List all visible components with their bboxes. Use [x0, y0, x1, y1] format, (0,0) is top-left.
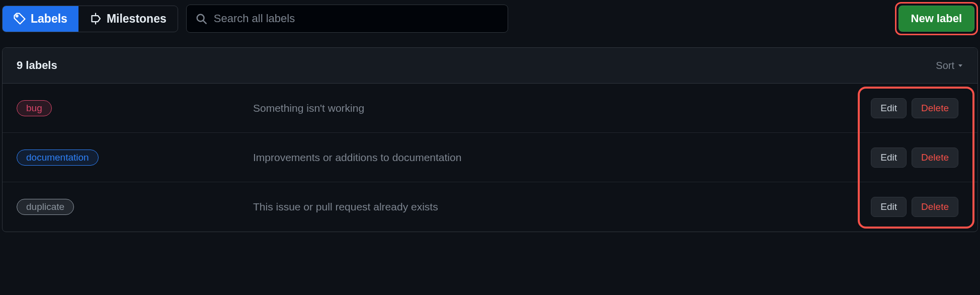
label-row: documentationImprovements or additions t… — [3, 133, 977, 182]
label-pill[interactable]: bug — [17, 100, 52, 116]
labels-list-header: 9 labels Sort — [3, 48, 977, 84]
delete-button[interactable]: Delete — [912, 197, 958, 217]
label-actions: EditDelete — [871, 197, 963, 217]
milestones-tab-text: Milestones — [107, 12, 167, 26]
label-pill[interactable]: documentation — [17, 150, 99, 166]
label-description: Something isn't working — [253, 102, 871, 114]
caret-down-icon — [957, 62, 963, 68]
label-actions: EditDelete — [871, 148, 963, 168]
delete-button[interactable]: Delete — [912, 148, 958, 168]
label-row: duplicateThis issue or pull request alre… — [3, 182, 977, 232]
labels-tab-text: Labels — [31, 12, 67, 26]
new-label-highlight: New label — [895, 2, 978, 35]
milestones-tab[interactable]: Milestones — [78, 6, 178, 32]
edit-button[interactable]: Edit — [871, 197, 907, 217]
labels-count: 9 labels — [17, 59, 57, 72]
labels-list-body: bugSomething isn't workingEditDeletedocu… — [3, 84, 977, 232]
new-label-button[interactable]: New label — [899, 6, 974, 32]
labels-toolbar: Labels Milestones New label — [2, 2, 978, 35]
labels-list: 9 labels Sort bugSomething isn't working… — [2, 47, 978, 232]
sort-label: Sort — [936, 60, 954, 71]
label-row: bugSomething isn't workingEditDelete — [3, 84, 977, 133]
labels-tab[interactable]: Labels — [3, 6, 78, 32]
tag-icon — [14, 13, 26, 25]
search-icon — [196, 13, 207, 24]
label-cell: duplicate — [17, 199, 253, 215]
sort-button[interactable]: Sort — [936, 60, 963, 71]
label-pill[interactable]: duplicate — [17, 199, 74, 215]
edit-button[interactable]: Edit — [871, 98, 907, 118]
label-description: Improvements or additions to documentati… — [253, 152, 871, 164]
labels-milestones-toggle: Labels Milestones — [2, 6, 178, 32]
search-box[interactable] — [186, 5, 508, 33]
label-actions: EditDelete — [871, 98, 963, 118]
label-description: This issue or pull request already exist… — [253, 201, 871, 213]
delete-button[interactable]: Delete — [912, 98, 958, 118]
milestone-icon — [90, 13, 102, 25]
label-cell: bug — [17, 100, 253, 116]
label-cell: documentation — [17, 150, 253, 166]
edit-button[interactable]: Edit — [871, 148, 907, 168]
search-input[interactable] — [214, 12, 499, 25]
svg-point-0 — [16, 15, 18, 17]
